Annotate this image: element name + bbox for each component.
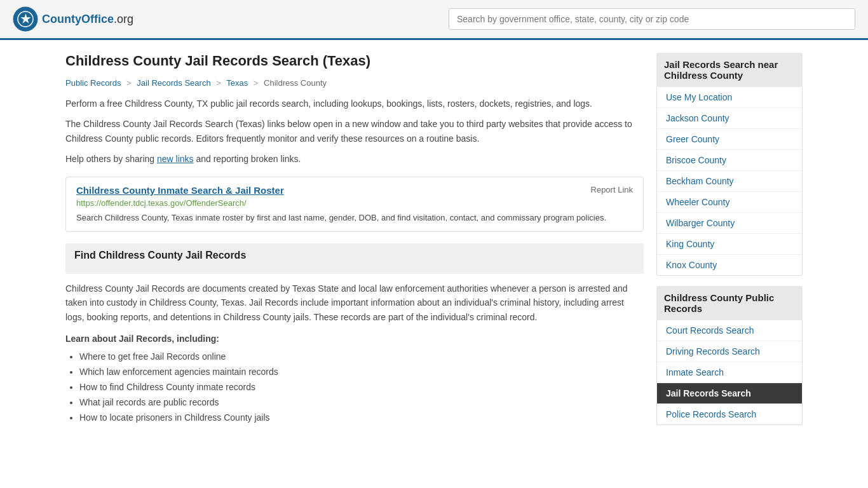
sidebar-police-records[interactable]: Police Records Search (657, 404, 802, 424)
search-input[interactable] (449, 8, 855, 30)
breadcrumb-current: Childress County (264, 78, 327, 88)
link-card-url[interactable]: https://offender.tdcj.texas.gov/Offender… (76, 198, 633, 208)
logo-area: ★ CountyOffice.org (13, 6, 133, 32)
sidebar-item-beckham-county[interactable]: Beckham County (657, 171, 802, 192)
sidebar-nearby-title: Jail Records Search near Childress Count… (656, 53, 803, 87)
sidebar-item-briscoe-county[interactable]: Briscoe County (657, 150, 802, 171)
content-wrapper: Childress County Jail Records Search (Te… (53, 40, 815, 448)
breadcrumb-texas[interactable]: Texas (226, 78, 248, 88)
breadcrumb-sep2: > (216, 78, 221, 88)
link-card-title[interactable]: Childress County Inmate Search & Jail Ro… (76, 185, 284, 196)
find-section: Find Childress County Jail Records (65, 243, 644, 274)
list-item: What jail records are public records (79, 396, 644, 409)
breadcrumb-public-records[interactable]: Public Records (65, 78, 121, 88)
find-section-content: Childress County Jail Records are docume… (65, 281, 644, 324)
sidebar-item-knox-county[interactable]: Knox County (657, 255, 802, 275)
breadcrumb-jail-records[interactable]: Jail Records Search (137, 78, 210, 88)
sidebar-item-jackson-county[interactable]: Jackson County (657, 108, 802, 129)
sidebar-public-records-links: Court Records Search Driving Records Sea… (656, 320, 803, 425)
sidebar-inmate-search[interactable]: Inmate Search (657, 362, 802, 383)
list-item: How to find Childress County inmate reco… (79, 381, 644, 394)
link-card: Childress County Inmate Search & Jail Ro… (65, 177, 644, 233)
sidebar-item-king-county[interactable]: King County (657, 234, 802, 255)
main-content: Childress County Jail Records Search (Te… (65, 53, 644, 435)
breadcrumb: Public Records > Jail Records Search > T… (65, 78, 644, 88)
header: ★ CountyOffice.org (0, 0, 868, 40)
sidebar-item-greer-county[interactable]: Greer County (657, 129, 802, 150)
logo-tld: .org (114, 13, 133, 25)
description-para-2: The Childress County Jail Records Search… (65, 117, 644, 146)
sidebar-use-location[interactable]: Use My Location (657, 87, 802, 108)
logo-icon: ★ (13, 6, 38, 32)
report-link-button[interactable]: Report Link (591, 185, 633, 194)
breadcrumb-sep1: > (126, 78, 132, 88)
sidebar: Jail Records Search near Childress Count… (656, 53, 803, 435)
description-para-3: Help others by sharing new links and rep… (65, 152, 644, 166)
logo-brand: CountyOffice (42, 13, 114, 25)
list-item: How to locate prisoners in Childress Cou… (79, 411, 644, 424)
sidebar-driving-records[interactable]: Driving Records Search (657, 341, 802, 362)
sidebar-court-records[interactable]: Court Records Search (657, 320, 802, 341)
find-section-title: Find Childress County Jail Records (74, 250, 635, 261)
link-card-description: Search Childress County, Texas inmate ro… (76, 212, 633, 224)
new-links-link[interactable]: new links (157, 154, 194, 164)
learn-list: Where to get free Jail Records online Wh… (65, 350, 644, 424)
breadcrumb-sep3: > (254, 78, 259, 88)
search-bar (449, 8, 855, 30)
sidebar-nearby-links: Use My Location Jackson County Greer Cou… (656, 87, 803, 276)
link-card-header: Childress County Inmate Search & Jail Ro… (76, 185, 633, 196)
find-section-body: Childress County Jail Records are docume… (65, 274, 644, 434)
sidebar-item-wheeler-county[interactable]: Wheeler County (657, 192, 802, 213)
description-para-1: Perform a free Childress County, TX publ… (65, 97, 644, 111)
sidebar-item-wilbarger-county[interactable]: Wilbarger County (657, 213, 802, 234)
svg-text:★: ★ (20, 13, 31, 25)
logo-text: CountyOffice.org (42, 13, 133, 26)
list-item: Where to get free Jail Records online (79, 350, 644, 363)
sidebar-public-records-title: Childress County Public Records (656, 286, 803, 320)
page-title: Childress County Jail Records Search (Te… (65, 53, 644, 69)
learn-list-title: Learn about Jail Records, including: (65, 332, 644, 346)
list-item: Which law enforcement agencies maintain … (79, 365, 644, 379)
sidebar-jail-records-search[interactable]: Jail Records Search (657, 383, 802, 404)
